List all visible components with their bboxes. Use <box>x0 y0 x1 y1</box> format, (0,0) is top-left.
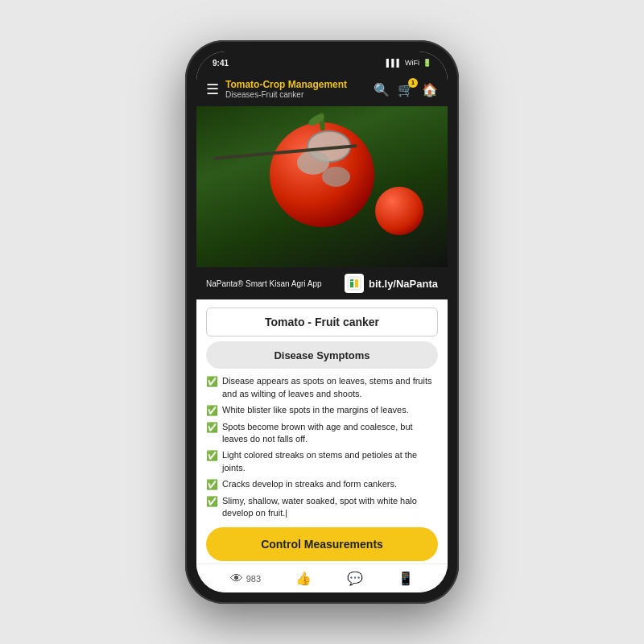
control-measurements-button[interactable]: Control Measurements <box>206 527 438 561</box>
views-nav-item[interactable]: 👁 983 <box>230 572 261 586</box>
cart-badge: 1 <box>408 78 418 88</box>
symptom-check-icon: ✅ <box>206 450 218 461</box>
symptom-check-icon: ✅ <box>206 479 218 490</box>
comment-icon: 💬 <box>347 571 363 586</box>
svg-rect-2 <box>355 279 358 287</box>
app-title: Tomato-Crop Management <box>225 79 374 90</box>
control-btn-label: Control Measurements <box>261 538 383 551</box>
disease-title: Tomato - Fruit canker <box>265 316 379 328</box>
symptom-text: Light colored streaks on stems and petio… <box>222 449 438 474</box>
home-button[interactable]: 🏠 <box>422 82 438 97</box>
status-time: 9:41 <box>213 59 229 68</box>
phone-screen: 9:41 ▌▌▌ WiFi 🔋 ☰ Tomato-Crop Management… <box>196 52 448 592</box>
symptom-check-icon: ✅ <box>206 422 218 433</box>
symptom-check-icon: ✅ <box>206 405 218 416</box>
bottom-nav: 👁 983 👍 💬 📱 <box>196 564 448 592</box>
napanta-logo-icon <box>345 274 364 293</box>
symptom-item: ✅ Slimy, shallow, water soaked, spot wit… <box>206 495 438 520</box>
svg-rect-3 <box>350 279 353 281</box>
symptoms-header: Disease Symptoms <box>206 341 438 369</box>
views-count: 983 <box>246 574 261 584</box>
app-subtitle: Diseases-Fruit canker <box>225 90 374 100</box>
napanta-label: NaPanta® Smart Kisan Agri App <box>206 279 322 288</box>
symptom-check-icon: ✅ <box>206 496 218 507</box>
napanta-banner: NaPanta® Smart Kisan Agri App bit.ly/NaP… <box>196 267 448 299</box>
symptom-item: ✅ Spots become brown with age and coales… <box>206 421 438 446</box>
symptom-text: White blister like spots in the margins … <box>222 404 409 416</box>
symptom-item: ✅ White blister like spots in the margin… <box>206 404 438 416</box>
menu-button[interactable]: ☰ <box>206 80 219 98</box>
napanta-url: bit.ly/NaPanta <box>369 278 438 290</box>
cart-button[interactable]: 🛒 1 <box>398 82 414 97</box>
symptoms-header-text: Disease Symptoms <box>274 349 369 361</box>
content-area: NaPanta® Smart Kisan Agri App bit.ly/NaP… <box>196 106 448 564</box>
like-nav-item[interactable]: 👍 <box>295 571 312 586</box>
signal-icon: ▌▌▌ <box>386 59 402 67</box>
symptom-item: ✅ Light colored streaks on stems and pet… <box>206 449 438 474</box>
navbar-title: Tomato-Crop Management Diseases-Fruit ca… <box>225 79 374 100</box>
hero-image <box>196 106 448 267</box>
symptom-check-icon: ✅ <box>206 376 218 387</box>
phone-frame: 9:41 ▌▌▌ WiFi 🔋 ☰ Tomato-Crop Management… <box>185 40 459 604</box>
symptom-text: Cracks develop in streaks and form canke… <box>222 478 397 490</box>
views-icon: 👁 <box>230 572 243 586</box>
symptom-item: ✅ Cracks develop in streaks and form can… <box>206 478 438 490</box>
symptom-item: ✅ Disease appears as spots on leaves, st… <box>206 375 438 400</box>
wifi-icon: WiFi <box>405 59 419 67</box>
symptoms-list: ✅ Disease appears as spots on leaves, st… <box>206 375 438 519</box>
symptom-text: Slimy, shallow, water soaked, spot with … <box>222 495 438 520</box>
symptom-text: Spots become brown with age and coalesce… <box>222 421 438 446</box>
symptom-text: Disease appears as spots on leaves, stem… <box>222 375 438 400</box>
battery-icon: 🔋 <box>423 59 431 67</box>
status-icons: ▌▌▌ WiFi 🔋 <box>386 59 431 67</box>
share-nav-item[interactable]: 📱 <box>398 571 414 586</box>
share-icon: 📱 <box>398 571 414 586</box>
navbar-icons: 🔍 🛒 1 🏠 <box>374 82 438 97</box>
like-icon: 👍 <box>295 571 312 586</box>
status-bar: 9:41 ▌▌▌ WiFi 🔋 <box>196 52 448 74</box>
tomato-small <box>375 187 423 235</box>
comment-nav-item[interactable]: 💬 <box>347 571 363 586</box>
napanta-logo-area: bit.ly/NaPanta <box>345 274 438 293</box>
svg-rect-0 <box>348 277 361 290</box>
svg-rect-1 <box>350 282 353 287</box>
search-button[interactable]: 🔍 <box>374 82 390 97</box>
navbar: ☰ Tomato-Crop Management Diseases-Fruit … <box>196 74 448 106</box>
disease-title-box: Tomato - Fruit canker <box>206 308 438 336</box>
